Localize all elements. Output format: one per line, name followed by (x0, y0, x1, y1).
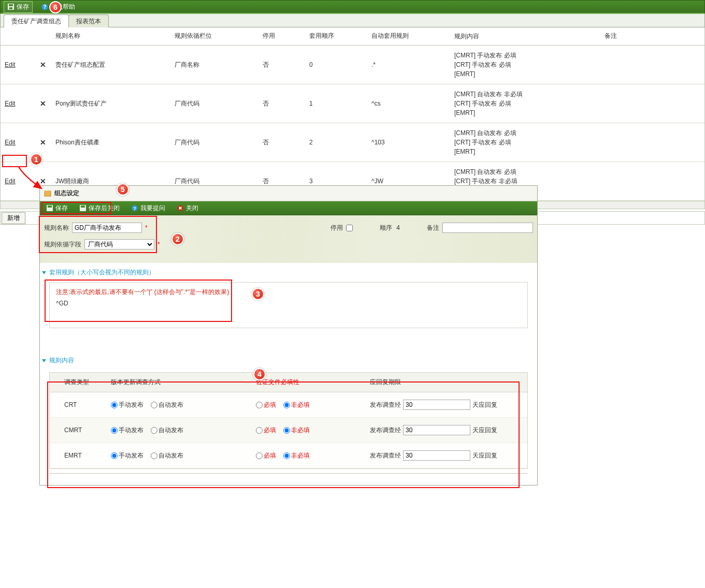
cell-seq: 1 (305, 98, 367, 109)
callout-5: 5 (117, 183, 129, 196)
cell-stop: 否 (258, 97, 305, 110)
table-row: Edit✕Phison責任礦產厂商代码否2^103[CMRT] 自动发布 必填[… (1, 123, 704, 162)
col-actions (1, 27, 36, 45)
note-input[interactable] (442, 223, 533, 225)
cell-field: 厂商代码 (170, 97, 258, 110)
delete-icon[interactable]: ✕ (40, 99, 46, 108)
delete-icon[interactable]: ✕ (40, 177, 46, 185)
rule-name-label: 规则名称 (44, 224, 69, 225)
svg-text:?: ? (133, 206, 136, 211)
cell-auto: ^cs (367, 98, 450, 109)
seq-value: 4 (396, 224, 400, 225)
stop-label: 停用 (330, 224, 343, 225)
dialog-toolbar: 保存 保存后关闭 ? 我要提问 关闭 (40, 201, 537, 215)
rule-name-input[interactable] (72, 223, 142, 225)
svg-rect-6 (45, 191, 51, 193)
save-button[interactable]: 保存 (4, 1, 33, 13)
cell-stop: 否 (258, 58, 305, 71)
edit-link[interactable]: Edit (5, 139, 16, 146)
cell-note (600, 63, 704, 67)
col-del (36, 27, 51, 45)
col-name: 规则名称 (51, 27, 170, 45)
callout-6: 6 (49, 1, 62, 13)
dialog-form: 规则名称 * 停用 顺序 4 备注 规则依循字段 厂商代码 * 2 (40, 215, 537, 225)
svg-rect-10 (81, 205, 85, 208)
cell-content: [CMRT] 手动发布 必填[CRT] 手动发布 必填[EMRT] (450, 49, 600, 81)
delete-icon[interactable]: ✕ (40, 138, 46, 146)
table-row: Edit✕Pony测试责任矿产厂商代码否1^cs[CMRT] 自动发布 非必填[… (1, 84, 704, 123)
edit-link[interactable]: Edit (5, 61, 16, 68)
cell-field: 厂商代码 (170, 136, 258, 149)
edit-link[interactable]: Edit (5, 100, 16, 107)
cell-seq: 2 (305, 137, 367, 148)
svg-rect-8 (48, 205, 52, 208)
floppy-icon (7, 3, 15, 10)
svg-text:?: ? (43, 4, 46, 10)
col-field: 规则依循栏位 (170, 27, 258, 45)
svg-rect-1 (9, 4, 13, 6)
dlg-save-close-button[interactable]: 保存后关闭 (76, 203, 123, 214)
dlg-save-button[interactable]: 保存 (43, 203, 71, 214)
cell-auto: ^103 (367, 137, 450, 148)
cell-name: 责任矿产组态配置 (51, 58, 170, 71)
dialog-title: 组态设定 (54, 189, 79, 198)
floppy-close-icon (79, 204, 87, 212)
table-row: Edit✕责任矿产组态配置厂商名称否0.*[CMRT] 手动发布 必填[CRT]… (1, 46, 704, 84)
new-button[interactable]: 新增 (2, 212, 25, 224)
question-icon: ? (131, 204, 138, 212)
tab-report-template[interactable]: 报表范本 (68, 14, 109, 27)
dialog-titlebar: 组态设定 5 (40, 186, 537, 201)
col-content: 规则内容 (450, 27, 600, 45)
col-stop: 停用 (258, 27, 305, 45)
seq-label: 顺序 (380, 224, 392, 225)
config-dialog: 组态设定 5 保存 保存后关闭 ? 我要提问 关闭 规则名称 * 停用 (39, 185, 538, 225)
svg-rect-2 (9, 7, 12, 9)
col-note: 备注 (600, 27, 704, 45)
rules-grid: 规则名称 规则依循栏位 停用 套用顺序 自动套用规则 规则内容 备注 Edit✕… (0, 27, 705, 201)
cell-content: [CMRT] 自动发布 必填[CRT] 手动发布 必填[EMRT] (450, 126, 600, 158)
cell-field: 厂商名称 (170, 58, 258, 71)
close-icon (177, 204, 184, 212)
stop-checkbox[interactable] (346, 225, 353, 225)
note-label: 备注 (427, 224, 439, 225)
main-toolbar: 保存 ? 在线帮助 6 (0, 0, 705, 14)
cell-content: [CMRT] 自动发布 非必填[CRT] 手动发布 必填[EMRT] (450, 87, 600, 120)
cell-stop: 否 (258, 136, 305, 149)
col-auto: 自动套用规则 (367, 27, 450, 45)
callout-1: 1 (30, 153, 42, 166)
cell-note (600, 101, 704, 106)
grid-body: Edit✕责任矿产组态配置厂商名称否0.*[CMRT] 手动发布 必填[CRT]… (1, 46, 704, 201)
cell-seq: 0 (305, 59, 367, 70)
cell-auto: .* (367, 59, 450, 70)
dlg-ask-button[interactable]: ? 我要提问 (128, 203, 168, 214)
cell-name: Phison責任礦產 (51, 136, 170, 149)
cell-note (600, 140, 704, 144)
floppy-icon (46, 204, 53, 212)
window-icon (44, 190, 51, 197)
cell-note (600, 179, 704, 183)
tab-strip: 责任矿产调查组态 报表范本 (0, 14, 705, 27)
delete-icon[interactable]: ✕ (40, 61, 46, 69)
cell-name: Pony测试责任矿产 (51, 97, 170, 110)
question-icon: ? (41, 3, 48, 10)
dlg-close-button[interactable]: 关闭 (174, 203, 202, 214)
edit-link[interactable]: Edit (5, 178, 16, 185)
save-button-label: 保存 (17, 3, 29, 11)
required-marker: * (145, 224, 148, 225)
col-seq: 套用顺序 (305, 27, 367, 45)
grid-header-row: 规则名称 规则依循栏位 停用 套用顺序 自动套用规则 规则内容 备注 (1, 27, 704, 46)
tab-config[interactable]: 责任矿产调查组态 (4, 14, 69, 27)
